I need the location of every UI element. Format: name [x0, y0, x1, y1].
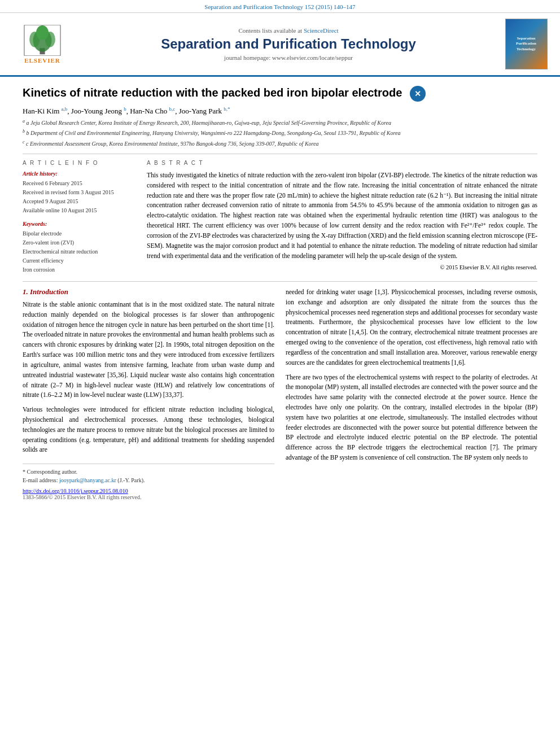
- history-label: Article history:: [23, 171, 135, 177]
- journal-citation: Separation and Purification Technology 1…: [204, 3, 355, 10]
- affiliation-c: c c Environmental Assessment Group, Kore…: [23, 139, 537, 148]
- elsevier-wordmark: ELSEVIER: [24, 57, 60, 64]
- right-para-1: needed for drinking water usage [1,3]. P…: [286, 287, 537, 368]
- abstract-col: A B S T R A C T This study investigated …: [147, 160, 537, 274]
- abstract-copyright: © 2015 Elsevier B.V. All rights reserved…: [147, 264, 537, 270]
- corresponding-note: * Corresponding author.: [23, 468, 274, 476]
- divider-main: [23, 281, 537, 282]
- footnote-area: * Corresponding author. E-mail address: …: [23, 464, 274, 484]
- article-history: Article history: Received 6 February 201…: [23, 171, 135, 215]
- journal-top-bar: Separation and Purification Technology 1…: [0, 0, 560, 13]
- paper-body: Kinetics of nitrate reduction with the p…: [0, 77, 560, 512]
- email-note: E-mail address: jooypark@hanyang.ac.kr (…: [23, 476, 274, 484]
- journal-cover-image: SeparationPurificationTechnology: [505, 19, 548, 69]
- right-para-2: There are two types of the electrochemic…: [286, 373, 537, 463]
- issn-copyright: 1383-5866/© 2015 Elsevier B.V. All right…: [23, 494, 274, 500]
- intro-section-title: 1. Introduction: [23, 287, 274, 296]
- divider-top: [23, 154, 537, 154]
- abstract-heading: A B S T R A C T: [147, 160, 537, 166]
- journal-header-center: Contents lists available at ScienceDirec…: [79, 19, 498, 69]
- article-title: Kinetics of nitrate reduction with the p…: [23, 85, 537, 102]
- main-content: 1. Introduction Nitrate is the stable an…: [23, 287, 537, 500]
- sciencedirect-line: Contents lists available at ScienceDirec…: [79, 27, 498, 34]
- crossmark-icon: [410, 86, 426, 102]
- affiliation-a: a a Jeju Global Research Center, Korea I…: [23, 118, 537, 127]
- svg-point-4: [36, 25, 49, 40]
- article-info-abstract: A R T I C L E I N F O Article history: R…: [23, 160, 537, 274]
- history-received: Received 6 February 2015 Received in rev…: [23, 179, 135, 215]
- main-right-col: needed for drinking water usage [1,3]. P…: [286, 287, 537, 500]
- abstract-text: This study investigated the kinetics of …: [147, 171, 537, 261]
- doi-link[interactable]: http://dx.doi.org/10.1016/j.seppur.2015.…: [23, 488, 128, 494]
- sciencedirect-link[interactable]: ScienceDirect: [304, 27, 339, 34]
- elsevier-logo-area: ELSEVIER: [11, 19, 73, 69]
- affiliation-b: b b Department of Civil and Environmenta…: [23, 128, 537, 137]
- article-info-col: A R T I C L E I N F O Article history: R…: [23, 160, 135, 274]
- doi-url: http://dx.doi.org/10.1016/j.seppur.2015.…: [23, 488, 274, 494]
- article-info-heading: A R T I C L E I N F O: [23, 160, 135, 166]
- email-link[interactable]: jooypark@hanyang.ac.kr: [59, 477, 116, 483]
- elsevier-logo: ELSEVIER: [23, 25, 62, 64]
- authors-line: Han-Ki Kim a,b, Joo-Young Jeong b, Han-N…: [23, 106, 537, 116]
- affiliations: a a Jeju Global Research Center, Korea I…: [23, 118, 537, 148]
- journal-title: Separation and Purification Technology: [79, 36, 498, 53]
- intro-para-2: Various technologies were introduced for…: [23, 405, 274, 455]
- journal-cover-area: SeparationPurificationTechnology: [504, 19, 549, 69]
- intro-para-1: Nitrate is the stable anionic contaminan…: [23, 300, 274, 400]
- main-left-col: 1. Introduction Nitrate is the stable an…: [23, 287, 274, 500]
- journal-homepage: journal homepage: www.elsevier.com/locat…: [79, 54, 498, 61]
- keywords-section: Keywords: Bipolar electrode Zero-valent …: [23, 221, 135, 274]
- keywords-list: Bipolar electrode Zero-valent iron (ZVI)…: [23, 229, 135, 274]
- keywords-label: Keywords:: [23, 221, 135, 227]
- journal-header: ELSEVIER Contents lists available at Sci…: [0, 13, 560, 77]
- elsevier-tree-icon: [23, 25, 62, 56]
